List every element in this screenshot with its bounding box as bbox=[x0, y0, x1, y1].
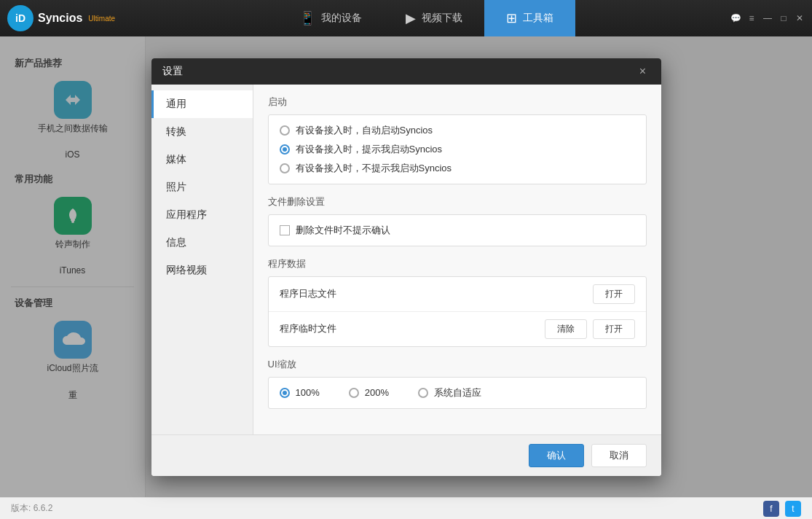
file-delete-label: 删除文件时不提示确认 bbox=[296, 224, 390, 237]
scale-200-label: 200% bbox=[365, 387, 389, 398]
dialog-footer: 确认 取消 bbox=[151, 434, 661, 476]
dialog-sidebar-apps[interactable]: 应用程序 bbox=[151, 201, 253, 229]
dialog-overlay: 设置 × 通用 转换 媒体 照片 应用程序 信息 网络视频 启动 bbox=[0, 36, 812, 497]
app-badge: Ultimate bbox=[88, 15, 115, 23]
tab-video-download-label: 视频下载 bbox=[422, 12, 462, 25]
temp-file-btns: 清除 打开 bbox=[545, 319, 635, 339]
radio-system bbox=[418, 388, 428, 398]
temp-open-button[interactable]: 打开 bbox=[593, 319, 635, 339]
radio-prompt bbox=[280, 144, 290, 155]
scale-200-option[interactable]: 200% bbox=[349, 387, 389, 398]
social-icons: f t bbox=[763, 501, 801, 517]
file-delete-option[interactable]: 删除文件时不提示确认 bbox=[280, 224, 635, 237]
program-data-table: 程序日志文件 打开 程序临时文件 清除 打开 bbox=[268, 276, 647, 347]
tab-my-device[interactable]: 📱 我的设备 bbox=[277, 0, 384, 36]
scale-system-label: 系统自适应 bbox=[434, 386, 481, 399]
log-file-row: 程序日志文件 打开 bbox=[269, 277, 646, 312]
radio-100 bbox=[280, 388, 290, 398]
dialog-sidebar-netvideo[interactable]: 网络视频 bbox=[151, 257, 253, 284]
temp-file-label: 程序临时文件 bbox=[280, 322, 545, 335]
log-file-label: 程序日志文件 bbox=[280, 287, 593, 300]
tab-my-device-label: 我的设备 bbox=[321, 12, 362, 25]
file-delete-section-box: 删除文件时不提示确认 bbox=[268, 214, 647, 246]
window-controls: 💬 ≡ — □ ✕ bbox=[730, 13, 812, 23]
program-data-section: 程序数据 程序日志文件 打开 程序临时文件 清除 打开 bbox=[268, 257, 647, 347]
menu-button[interactable]: ≡ bbox=[746, 13, 757, 23]
startup-section-box: 有设备接入时，自动启动Syncios 有设备接入时，提示我启动Syncios 有… bbox=[268, 114, 647, 184]
cancel-button[interactable]: 取消 bbox=[591, 444, 647, 467]
startup-section: 启动 有设备接入时，自动启动Syncios 有设备接入时，提示我启动Syncio… bbox=[268, 95, 647, 184]
dialog-sidebar-photos[interactable]: 照片 bbox=[151, 173, 253, 201]
file-delete-section-title: 文件删除设置 bbox=[268, 195, 647, 208]
twitter-button[interactable]: t bbox=[785, 501, 801, 517]
scale-100-label: 100% bbox=[296, 387, 320, 398]
ui-scale-section-box: 100% 200% 系统自适应 bbox=[268, 377, 647, 409]
chat-button[interactable]: 💬 bbox=[730, 13, 741, 23]
logo-icon: iD bbox=[7, 5, 33, 31]
radio-auto bbox=[280, 125, 290, 136]
play-icon: ▶ bbox=[406, 10, 416, 26]
toolbox-icon: ⊞ bbox=[506, 10, 517, 26]
dialog-sidebar-general[interactable]: 通用 bbox=[151, 90, 253, 118]
radio-noprompt bbox=[280, 163, 290, 173]
startup-section-title: 启动 bbox=[268, 95, 647, 109]
facebook-button[interactable]: f bbox=[763, 501, 779, 517]
startup-prompt-label: 有设备接入时，提示我启动Syncios bbox=[296, 143, 443, 156]
titlebar: iD Syncios Ultimate 📱 我的设备 ▶ 视频下载 ⊞ 工具箱 … bbox=[0, 0, 812, 36]
device-icon: 📱 bbox=[299, 10, 315, 26]
startup-option-noprompt[interactable]: 有设备接入时，不提示我启动Syncios bbox=[280, 162, 635, 175]
app-name: Syncios bbox=[38, 12, 82, 25]
log-open-button[interactable]: 打开 bbox=[593, 284, 635, 304]
maximize-button[interactable]: □ bbox=[779, 13, 789, 23]
dialog-titlebar: 设置 × bbox=[151, 58, 661, 85]
temp-file-row: 程序临时文件 清除 打开 bbox=[269, 312, 646, 346]
ui-scale-group: 100% 200% 系统自适应 bbox=[280, 386, 635, 399]
dialog-body: 通用 转换 媒体 照片 应用程序 信息 网络视频 启动 bbox=[151, 85, 661, 434]
ui-scale-section: UI缩放 100% 200% bbox=[268, 358, 647, 409]
tab-video-download[interactable]: ▶ 视频下载 bbox=[384, 0, 484, 36]
dialog-sidebar-media[interactable]: 媒体 bbox=[151, 146, 253, 173]
dialog-sidebar: 通用 转换 媒体 照片 应用程序 信息 网络视频 bbox=[151, 85, 253, 434]
app-logo: iD Syncios Ultimate bbox=[0, 5, 122, 31]
minimize-button[interactable]: — bbox=[762, 13, 773, 23]
confirm-button[interactable]: 确认 bbox=[529, 444, 584, 467]
startup-noprompt-label: 有设备接入时，不提示我启动Syncios bbox=[296, 162, 452, 175]
checkbox-no-confirm bbox=[280, 225, 290, 235]
radio-200 bbox=[349, 388, 359, 398]
program-data-section-title: 程序数据 bbox=[268, 257, 647, 270]
scale-system-option[interactable]: 系统自适应 bbox=[418, 386, 481, 399]
dialog-sidebar-convert[interactable]: 转换 bbox=[151, 118, 253, 146]
dialog-sidebar-general-wrap: 通用 bbox=[151, 90, 253, 118]
tab-toolbox-label: 工具箱 bbox=[523, 12, 553, 25]
dialog-title: 设置 bbox=[162, 65, 636, 78]
dialog-close-button[interactable]: × bbox=[636, 64, 650, 79]
bottom-bar: 版本: 6.6.2 f t bbox=[0, 497, 812, 519]
nav-tabs: 📱 我的设备 ▶ 视频下载 ⊞ 工具箱 bbox=[122, 0, 730, 36]
dialog-sidebar-info[interactable]: 信息 bbox=[151, 229, 253, 257]
startup-auto-label: 有设备接入时，自动启动Syncios bbox=[296, 124, 433, 137]
file-delete-section: 文件删除设置 删除文件时不提示确认 bbox=[268, 195, 647, 246]
tab-toolbox[interactable]: ⊞ 工具箱 bbox=[484, 0, 575, 36]
startup-option-auto[interactable]: 有设备接入时，自动启动Syncios bbox=[280, 124, 635, 137]
dialog-content: 启动 有设备接入时，自动启动Syncios 有设备接入时，提示我启动Syncio… bbox=[253, 85, 661, 434]
ui-scale-section-title: UI缩放 bbox=[268, 358, 647, 371]
log-file-btns: 打开 bbox=[593, 284, 635, 304]
scale-100-option[interactable]: 100% bbox=[280, 387, 320, 398]
version-label: 版本: 6.6.2 bbox=[11, 502, 52, 515]
close-button[interactable]: ✕ bbox=[795, 13, 805, 23]
settings-dialog: 设置 × 通用 转换 媒体 照片 应用程序 信息 网络视频 启动 bbox=[151, 58, 661, 476]
temp-clear-button[interactable]: 清除 bbox=[545, 319, 587, 339]
startup-option-prompt[interactable]: 有设备接入时，提示我启动Syncios bbox=[280, 143, 635, 156]
startup-radio-group: 有设备接入时，自动启动Syncios 有设备接入时，提示我启动Syncios 有… bbox=[280, 124, 635, 175]
